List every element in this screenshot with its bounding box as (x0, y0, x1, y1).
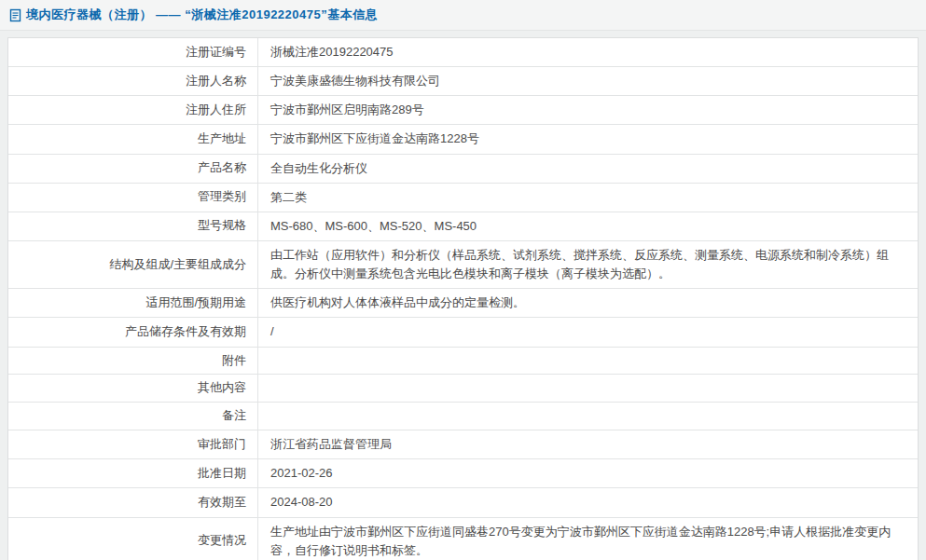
table-row: 附件 (8, 348, 918, 376)
row-label: 适用范围/预期用途 (8, 289, 258, 317)
row-label: 产品储存条件及有效期 (8, 318, 258, 346)
row-value (258, 348, 918, 375)
row-label: 注册人住所 (8, 96, 258, 124)
row-label: 有效期至 (8, 488, 258, 516)
table-row: 注册证编号浙械注准20192220475 (8, 38, 918, 67)
table-row: 注册人住所宁波市鄞州区启明南路289号 (8, 96, 918, 125)
row-value: 生产地址由宁波市鄞州区下应街道同盛巷270号变更为宁波市鄞州区下应街道金达南路1… (258, 518, 918, 560)
row-value: 由工作站（应用软件）和分析仪（样品系统、试剂系统、搅拌系统、反应系统、测量系统、… (258, 241, 918, 288)
row-value (258, 375, 918, 402)
row-value: 宁波美康盛德生物科技有限公司 (258, 67, 918, 95)
row-label: 附件 (8, 348, 258, 375)
row-label: 其他内容 (8, 375, 258, 402)
row-label: 批准日期 (8, 459, 258, 487)
table-row: 产品储存条件及有效期/ (8, 318, 918, 347)
table-row: 管理类别第二类 (8, 184, 918, 212)
table-row: 适用范围/预期用途供医疗机构对人体体液样品中成分的定量检测。 (8, 289, 918, 318)
row-label: 产品名称 (8, 155, 258, 183)
table-row: 审批部门浙江省药品监督管理局 (8, 430, 918, 459)
table-row: 批准日期2021-02-26 (8, 459, 918, 488)
row-value: 第二类 (258, 184, 918, 212)
row-value: 浙江省药品监督管理局 (258, 430, 918, 458)
table-row: 备注 (8, 403, 918, 430)
row-label: 注册人名称 (8, 67, 258, 95)
table-row: 注册人名称宁波美康盛德生物科技有限公司 (8, 67, 918, 96)
row-value: 浙械注准20192220475 (258, 38, 918, 66)
table-row: 生产地址宁波市鄞州区下应街道金达南路1228号 (8, 125, 918, 154)
row-label: 生产地址 (8, 125, 258, 153)
row-label: 型号规格 (8, 212, 258, 240)
row-label: 结构及组成/主要组成成分 (8, 241, 258, 288)
row-value: 2021-02-26 (258, 459, 918, 487)
row-value: 宁波市鄞州区下应街道金达南路1228号 (258, 125, 918, 153)
row-value: / (258, 318, 918, 346)
row-label: 备注 (8, 403, 258, 430)
table-row: 结构及组成/主要组成成分由工作站（应用软件）和分析仪（样品系统、试剂系统、搅拌系… (8, 241, 918, 289)
title-bar: 境内医疗器械（注册） —— “浙械注准20192220475”基本信息 (0, 0, 926, 31)
row-value: 2024-08-20 (258, 488, 918, 516)
row-label: 变更情况 (8, 518, 258, 560)
row-label: 注册证编号 (8, 38, 258, 66)
table-row: 产品名称全自动生化分析仪 (8, 155, 918, 184)
table-row: 变更情况生产地址由宁波市鄞州区下应街道同盛巷270号变更为宁波市鄞州区下应街道金… (8, 518, 918, 560)
row-label: 管理类别 (8, 184, 258, 212)
row-value (258, 403, 918, 430)
page-title: 境内医疗器械（注册） —— “浙械注准20192220475”基本信息 (26, 7, 378, 23)
row-value: 全自动生化分析仪 (258, 155, 918, 183)
table-row: 有效期至2024-08-20 (8, 488, 918, 517)
table-row: 型号规格MS-680、MS-600、MS-520、MS-450 (8, 212, 918, 241)
table-row: 其他内容 (8, 375, 918, 403)
row-value: MS-680、MS-600、MS-520、MS-450 (258, 212, 918, 240)
info-table: 注册证编号浙械注准20192220475注册人名称宁波美康盛德生物科技有限公司注… (7, 37, 919, 560)
row-value: 宁波市鄞州区启明南路289号 (258, 96, 918, 124)
row-value: 供医疗机构对人体体液样品中成分的定量检测。 (258, 289, 918, 317)
document-icon (9, 8, 21, 22)
row-label: 审批部门 (8, 430, 258, 458)
